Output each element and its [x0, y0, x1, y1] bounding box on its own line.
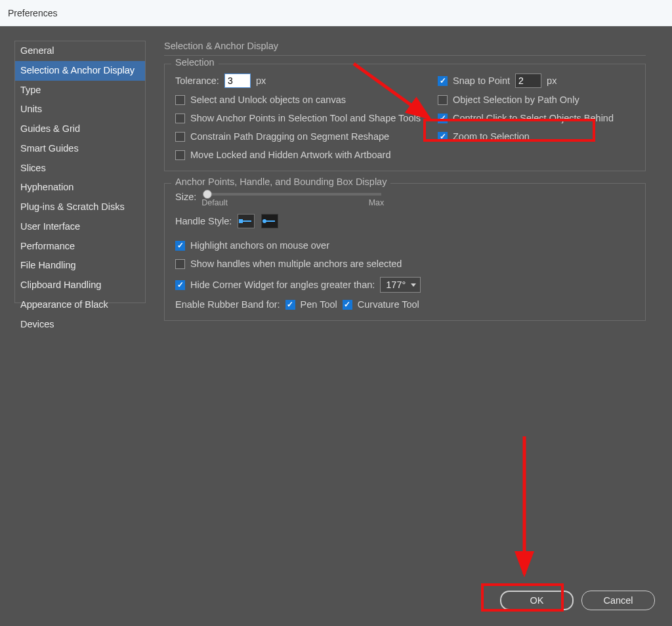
highlight-anchors-label: Highlight anchors on mouse over [190, 240, 329, 251]
zoom-selection-checkbox[interactable]: Zoom to Selection [438, 131, 635, 142]
checkbox-icon [175, 95, 185, 105]
snap-to-point-label: Snap to Point [453, 75, 510, 86]
panel-title: Selection & Anchor Display [164, 41, 646, 56]
sidebar-item-clipboard-handling[interactable]: Clipboard Handling [15, 276, 145, 295]
constrain-drag-label: Constrain Path Dragging on Segment Resha… [190, 131, 389, 142]
pen-tool-label: Pen Tool [301, 299, 337, 310]
path-only-checkbox[interactable]: Object Selection by Path Only [438, 94, 635, 105]
checkbox-icon [175, 114, 185, 123]
zoom-selection-label: Zoom to Selection [453, 131, 530, 142]
show-anchor-points-label: Show Anchor Points in Selection Tool and… [190, 113, 421, 123]
selection-group: Selection Tolerance: px Select and Unloc… [164, 64, 646, 171]
handle-style-square-button[interactable] [238, 214, 255, 228]
checkbox-icon [438, 76, 448, 86]
window-title: Preferences [8, 8, 57, 18]
selection-group-title: Selection [171, 57, 219, 68]
ctrl-click-label: Control Click to Select Objects Behind [453, 113, 614, 123]
sidebar-item-user-interface[interactable]: User Interface [15, 217, 145, 237]
sidebar-item-slices[interactable]: Slices [15, 159, 145, 178]
category-sidebar: General Selection & Anchor Display Type … [14, 41, 146, 303]
sidebar-item-guides-grid[interactable]: Guides & Grid [15, 119, 145, 139]
select-unlock-label: Select and Unlock objects on canvas [190, 94, 346, 105]
checkbox-icon [175, 241, 185, 251]
anchor-group-title: Anchor Points, Handle, and Bounding Box … [171, 177, 390, 187]
show-anchor-points-checkbox[interactable]: Show Anchor Points in Selection Tool and… [175, 113, 438, 123]
path-only-label: Object Selection by Path Only [453, 94, 579, 105]
handle-square-icon [241, 220, 251, 222]
checkbox-icon [175, 132, 185, 142]
show-handles-checkbox[interactable]: Show handles when multiple anchors are s… [175, 259, 635, 269]
curvature-tool-label: Curvature Tool [358, 299, 419, 310]
select-unlock-checkbox[interactable]: Select and Unlock objects on canvas [175, 94, 438, 105]
size-slider[interactable] [204, 193, 381, 196]
size-max-label: Max [369, 198, 385, 207]
checkbox-icon [438, 95, 448, 105]
checkbox-icon [438, 114, 448, 123]
checkbox-icon [175, 150, 185, 160]
handle-style-label: Handle Style: [175, 216, 232, 226]
sidebar-item-file-handling[interactable]: File Handling [15, 256, 145, 276]
hide-corner-checkbox[interactable]: Hide Corner Widget for angles greater th… [175, 280, 375, 290]
anchor-display-group: Anchor Points, Handle, and Bounding Box … [164, 183, 646, 321]
size-label: Size: [175, 192, 196, 202]
dialog-footer: OK Cancel [500, 591, 655, 610]
tolerance-unit: px [256, 75, 266, 86]
preferences-dialog: General Selection & Anchor Display Type … [0, 26, 672, 626]
hide-corner-label: Hide Corner Widget for angles greater th… [190, 280, 375, 290]
sidebar-item-type[interactable]: Type [15, 81, 145, 100]
sidebar-item-devices[interactable]: Devices [15, 315, 145, 335]
sidebar-item-selection-anchor[interactable]: Selection & Anchor Display [15, 61, 145, 81]
handle-style-dot-button[interactable] [261, 214, 278, 228]
sidebar-item-general[interactable]: General [15, 41, 145, 61]
move-locked-label: Move Locked and Hidden Artwork with Artb… [190, 150, 390, 160]
ok-button[interactable]: OK [500, 591, 574, 610]
show-handles-label: Show handles when multiple anchors are s… [190, 259, 402, 269]
pen-tool-checkbox[interactable]: Pen Tool [285, 299, 337, 310]
snap-unit: px [547, 75, 556, 86]
sidebar-item-smart-guides[interactable]: Smart Guides [15, 139, 145, 159]
sidebar-item-hyphenation[interactable]: Hyphenation [15, 178, 145, 198]
checkbox-icon [175, 280, 185, 290]
checkbox-icon [343, 300, 352, 310]
checkbox-icon [438, 132, 448, 142]
constrain-drag-checkbox[interactable]: Constrain Path Dragging on Segment Resha… [175, 131, 438, 142]
cancel-button[interactable]: Cancel [581, 591, 655, 610]
checkbox-icon [175, 259, 185, 269]
handle-dot-icon [264, 220, 275, 222]
ctrl-click-checkbox[interactable]: Control Click to Select Objects Behind [438, 113, 635, 123]
snap-to-point-checkbox[interactable]: Snap to Point [438, 75, 510, 86]
rubber-band-label: Enable Rubber Band for: [175, 299, 280, 310]
hide-corner-angle-dropdown[interactable]: 177° [380, 277, 421, 293]
sidebar-item-plugins-scratch[interactable]: Plug-ins & Scratch Disks [15, 198, 145, 217]
sidebar-item-units[interactable]: Units [15, 100, 145, 119]
slider-thumb-icon [203, 190, 212, 199]
main-panel: Selection & Anchor Display Selection Tol… [146, 41, 658, 612]
tolerance-label: Tolerance: [175, 75, 219, 86]
move-locked-checkbox[interactable]: Move Locked and Hidden Artwork with Artb… [175, 150, 438, 160]
snap-value-input[interactable] [515, 73, 541, 88]
tolerance-input[interactable] [224, 73, 251, 88]
sidebar-item-appearance-black[interactable]: Appearance of Black [15, 295, 145, 315]
size-min-label: Default [201, 198, 228, 207]
sidebar-item-performance[interactable]: Performance [15, 237, 145, 257]
titlebar: Preferences [0, 0, 672, 26]
curvature-tool-checkbox[interactable]: Curvature Tool [343, 299, 419, 310]
checkbox-icon [285, 300, 295, 310]
highlight-anchors-checkbox[interactable]: Highlight anchors on mouse over [175, 240, 635, 251]
